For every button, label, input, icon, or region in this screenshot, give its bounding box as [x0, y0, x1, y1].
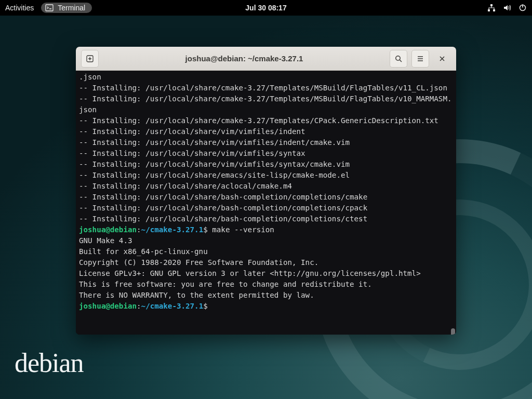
new-tab-button[interactable]: [81, 50, 99, 68]
volume-icon[interactable]: [503, 4, 511, 12]
output-line: -- Installing: /usr/local/share/vim/vimf…: [79, 138, 350, 147]
output-line: -- Installing: /usr/local/share/vim/vimf…: [79, 127, 305, 136]
output-line: There is NO WARRANTY, to the extent perm…: [79, 291, 314, 299]
output-line: Copyright (C) 1988-2020 Free Software Fo…: [79, 258, 318, 267]
output-line: -- Installing: /usr/local/share/vim/vimf…: [79, 160, 350, 168]
gnome-topbar: Activities Terminal Jul 30 08:17: [0, 0, 532, 16]
output-line: -- Installing: /usr/local/share/cmake-3.…: [79, 116, 438, 125]
output-line: -- Installing: /usr/local/share/emacs/si…: [79, 171, 350, 179]
output-line: .json: [79, 73, 101, 81]
activities-button[interactable]: Activities: [5, 4, 34, 12]
window-title: joshua@debian: ~/cmake-3.27.1: [103, 54, 385, 63]
prompt-user: joshua@debian: [79, 302, 137, 310]
search-button[interactable]: [390, 50, 407, 68]
svg-rect-3: [493, 9, 495, 11]
scrollbar-thumb[interactable]: [451, 328, 455, 335]
close-icon: [438, 55, 446, 63]
terminal-window: joshua@debian: ~/cmake-3.27.1 .json -- I…: [76, 47, 456, 335]
svg-rect-1: [490, 4, 493, 6]
prompt-sep: :: [137, 225, 141, 234]
network-icon[interactable]: [487, 4, 496, 12]
active-app-label: Terminal: [58, 4, 85, 12]
output-line: -- Installing: /usr/local/share/bash-com…: [79, 215, 367, 223]
prompt-sep: :: [137, 302, 141, 310]
prompt-path: ~/cmake-3.27.1: [141, 302, 204, 310]
svg-point-7: [396, 56, 400, 60]
search-icon: [394, 55, 403, 63]
prompt-symbol: $: [203, 302, 208, 310]
output-line: -- Installing: /usr/local/share/cmake-3.…: [79, 95, 452, 114]
clock[interactable]: Jul 30 08:17: [245, 4, 286, 12]
svg-rect-0: [46, 5, 53, 11]
command-text: make --version: [208, 225, 274, 234]
output-line: -- Installing: /usr/local/share/vim/vimf…: [79, 149, 305, 157]
menu-button[interactable]: [411, 50, 429, 68]
prompt-path: ~/cmake-3.27.1: [141, 225, 204, 234]
svg-rect-5: [522, 5, 523, 8]
power-icon[interactable]: [518, 4, 527, 12]
svg-rect-2: [488, 9, 490, 11]
output-line: GNU Make 4.3: [79, 236, 132, 245]
terminal-body[interactable]: .json -- Installing: /usr/local/share/cm…: [76, 71, 456, 335]
output-line: -- Installing: /usr/local/share/bash-com…: [79, 193, 367, 201]
output-line: Built for x86_64-pc-linux-gnu: [79, 247, 208, 256]
active-app-pill[interactable]: Terminal: [41, 3, 92, 13]
output-line: -- Installing: /usr/local/share/cmake-3.…: [79, 84, 447, 92]
output-line: License GPLv3+: GNU GPL version 3 or lat…: [79, 269, 421, 277]
prompt-symbol: $: [203, 225, 208, 234]
close-button[interactable]: [433, 50, 451, 68]
titlebar: joshua@debian: ~/cmake-3.27.1: [76, 47, 456, 71]
hamburger-icon: [416, 55, 424, 63]
terminal-icon: [45, 4, 54, 12]
output-line: -- Installing: /usr/local/share/aclocal/…: [79, 182, 292, 190]
output-line: This is free software: you are free to c…: [79, 280, 372, 288]
output-line: -- Installing: /usr/local/share/bash-com…: [79, 204, 367, 212]
prompt-user: joshua@debian: [79, 225, 137, 234]
debian-wordmark: debian: [15, 348, 84, 378]
